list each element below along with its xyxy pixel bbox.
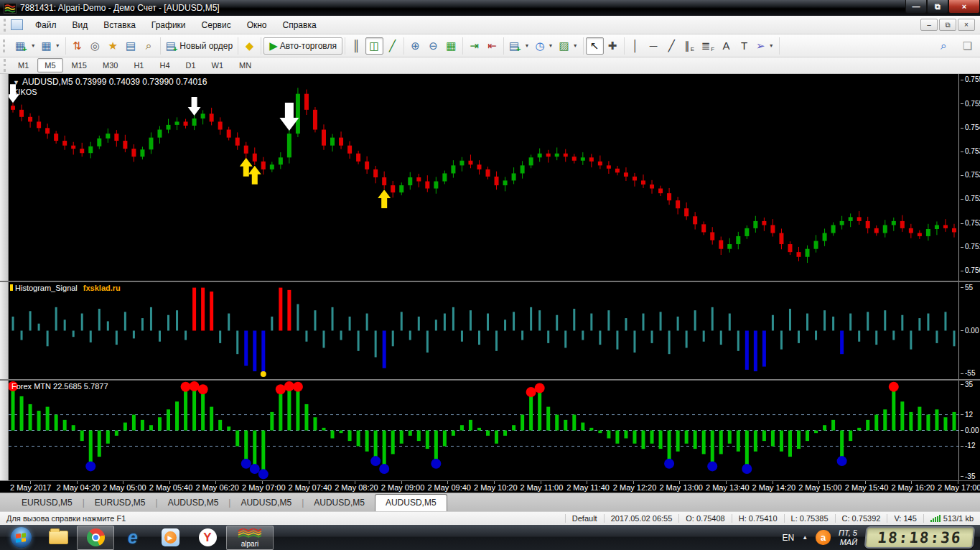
panel-splitter[interactable] <box>0 281 980 282</box>
zoom-in-button[interactable]: ⊕ <box>406 37 424 55</box>
line-chart-button[interactable]: ╱ <box>383 37 401 55</box>
timeframe-M30[interactable]: M30 <box>95 58 125 73</box>
navigator-button[interactable]: ★ <box>104 37 122 55</box>
metaeditor-button[interactable]: ◆ <box>241 37 258 55</box>
taskbar-explorer[interactable] <box>39 526 77 550</box>
taskbar-chrome[interactable] <box>77 526 114 550</box>
chart-tab-5[interactable]: AUDUSD,M5 <box>375 494 447 511</box>
child-close-button[interactable]: × <box>958 19 975 31</box>
chart-shift-icon: ⇤ <box>487 40 497 51</box>
search-icon: ⌕ <box>941 40 946 51</box>
chart-tab-2[interactable]: AUDUSD,M5 <box>158 495 229 511</box>
chat-button[interactable]: ❏ <box>958 37 976 55</box>
tray-date[interactable]: ПТ, 5 МАЙ <box>839 528 857 546</box>
zoom-out-button[interactable]: ⊖ <box>424 37 442 55</box>
timeframe-M5[interactable]: M5 <box>37 58 62 73</box>
toolbar-group: ▤+▼◷▼▨▼ <box>504 37 584 55</box>
scale-tick: 0.75385 <box>961 147 980 155</box>
timeframe-W1[interactable]: W1 <box>205 58 231 73</box>
symbol-collapse-icon[interactable]: ▼ <box>13 79 19 86</box>
tray-expand-icon[interactable]: ▲ <box>802 534 808 541</box>
avast-tray-icon[interactable]: a <box>816 530 831 545</box>
text-label-button[interactable]: T <box>735 37 753 55</box>
chart-shift-button[interactable]: ⇤ <box>483 37 501 55</box>
new-order-button[interactable]: ▤+Новый ордер <box>163 37 235 55</box>
close-button[interactable]: × <box>948 0 980 14</box>
chart-tab-3[interactable]: AUDUSD,M5 <box>230 495 302 511</box>
scale-tick: 0.75205 <box>961 219 980 227</box>
trendline-button[interactable]: ╱ <box>663 37 681 55</box>
menu-Справка[interactable]: Справка <box>275 17 325 34</box>
strategy-tester-button[interactable]: ⌕ <box>140 37 158 55</box>
main-price-chart[interactable] <box>9 74 958 281</box>
chart-tab-0[interactable]: EURUSD,M5 <box>11 495 83 511</box>
tray-clock[interactable]: 18:18:36 <box>864 526 976 549</box>
timeframe-MN[interactable]: MN <box>232 58 258 73</box>
taskbar-yandex[interactable]: Y <box>189 526 226 550</box>
search-button[interactable]: ⌕ <box>935 37 953 55</box>
minimize-button[interactable]: — <box>905 0 927 14</box>
horizontal-line-button[interactable]: ─ <box>645 37 663 55</box>
forex-mtn-scale: 35120.00-12-35 <box>958 381 980 480</box>
ie-icon: e <box>128 527 138 548</box>
timeframe-D1[interactable]: D1 <box>179 58 203 73</box>
menu-Вставка[interactable]: Вставка <box>95 17 144 34</box>
timeframe-M1[interactable]: M1 <box>11 58 36 73</box>
bar-chart-button[interactable]: ║ <box>347 37 365 55</box>
taskbar-start[interactable] <box>2 526 39 550</box>
timeframe-H1[interactable]: H1 <box>126 58 151 73</box>
market-watch-button[interactable]: ⇅ <box>68 37 86 55</box>
time-axis[interactable]: 2 May 20172 May 04:202 May 05:002 May 05… <box>0 480 980 493</box>
tile-windows-button[interactable]: ▦ <box>442 37 460 55</box>
new-chart-button[interactable]: ▦+▼ <box>12 37 39 55</box>
time-label: 2 May 06:20 <box>195 483 239 492</box>
child-restore-button[interactable]: ⧉ <box>939 19 956 31</box>
chart-tab-1[interactable]: EURUSD,M5 <box>85 495 156 511</box>
arrows-tool-button[interactable]: ➢▼ <box>753 37 777 55</box>
forex-mtn-chart[interactable] <box>9 381 958 480</box>
menu-Окно[interactable]: Окно <box>239 17 275 34</box>
scale-tick: 0.75265 <box>961 195 980 202</box>
periods-button[interactable]: ◷▼ <box>532 37 556 55</box>
data-window-button[interactable]: ◎ <box>86 37 104 55</box>
child-minimize-button[interactable]: – <box>920 19 938 31</box>
auto-scroll-button[interactable]: ⇥ <box>465 37 483 55</box>
menu-Вид[interactable]: Вид <box>65 17 96 34</box>
navigator-icon: ★ <box>108 40 117 51</box>
timeframe-drag-handle[interactable] <box>4 59 7 72</box>
crosshair-button[interactable]: ✚ <box>604 37 622 55</box>
fibonacci-button[interactable]: ≣F <box>699 37 717 55</box>
profiles-button[interactable]: ▦▼ <box>39 37 63 55</box>
indicators-button[interactable]: ▤+▼ <box>506 37 533 55</box>
menu-Файл[interactable]: Файл <box>27 17 65 34</box>
chart-tab-4[interactable]: AUDUSD,M5 <box>304 495 375 511</box>
status-profile[interactable]: Default <box>565 514 604 523</box>
status-open: O: 0.75408 <box>678 514 731 523</box>
language-indicator[interactable]: EN <box>782 533 794 543</box>
templates-button[interactable]: ▨▼ <box>556 37 581 55</box>
brand-link[interactable]: fxsklad.ru <box>83 284 121 292</box>
restore-button[interactable]: ⧉ <box>927 0 948 14</box>
toolbar-drag-handle[interactable] <box>4 19 7 32</box>
timeframe-H4[interactable]: H4 <box>152 58 177 73</box>
cursor-button[interactable]: ↖ <box>586 37 604 55</box>
templates-icon: ▨ <box>559 40 569 51</box>
text-button[interactable]: A <box>717 37 735 55</box>
taskbar-ie[interactable]: e <box>114 526 151 550</box>
menu-Сервис[interactable]: Сервис <box>194 17 239 34</box>
candlestick-chart-button[interactable]: ◫ <box>365 37 383 55</box>
terminal-button[interactable]: ▤ <box>122 37 140 55</box>
strategy-tester-icon: ⌕ <box>146 40 151 51</box>
histogram-signal-chart[interactable] <box>9 282 958 379</box>
timeframe-M15[interactable]: M15 <box>65 58 94 73</box>
equidistant-channel-button[interactable]: ∥E <box>681 37 699 55</box>
taskbar-alpari[interactable]: alpari <box>226 526 274 550</box>
vertical-line-button[interactable]: │ <box>627 37 645 55</box>
taskbar-wmp[interactable]: ▶ <box>151 526 189 550</box>
menu-Графики[interactable]: Графики <box>144 17 194 34</box>
toolbar-group: ⇥⇤ <box>463 37 504 55</box>
panel-splitter[interactable] <box>0 379 980 381</box>
timeframe-bar: M1M5M15M30H1H4D1W1MN <box>0 57 980 74</box>
autotrade-button[interactable]: ▶Авто-торговля <box>263 37 342 55</box>
toolbar-drag-handle[interactable] <box>3 39 6 52</box>
